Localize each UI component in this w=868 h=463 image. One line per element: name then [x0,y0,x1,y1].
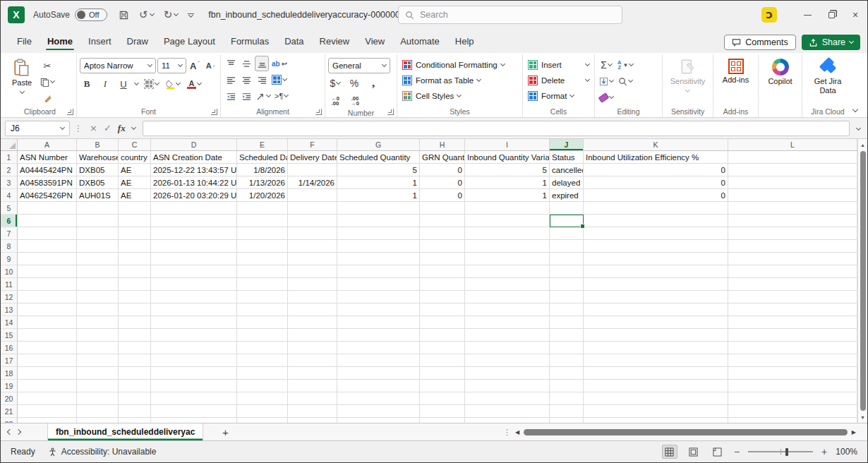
cell-D8[interactable] [151,240,237,253]
cell-J11[interactable] [550,278,584,291]
cell-F14[interactable] [288,316,337,329]
cell-D19[interactable] [151,380,237,392]
cell-A4[interactable]: A04625426PN [18,189,77,202]
cell-C20[interactable] [119,392,151,405]
cell-D10[interactable] [151,265,237,278]
cell-F9[interactable] [288,253,337,265]
cell-H3[interactable]: 0 [420,176,465,189]
cell-E22[interactable] [237,418,288,423]
cell-J2[interactable]: cancelled [550,164,584,176]
cell-A17[interactable] [18,354,77,367]
cell-F15[interactable] [288,329,337,342]
close-button[interactable]: × [843,1,867,29]
minimize-button[interactable] [795,1,819,29]
insert-function-button[interactable]: fx [118,123,126,134]
cell-C18[interactable] [119,367,151,380]
accounting-dropdown-icon[interactable] [336,80,341,85]
cell-C12[interactable] [119,291,151,303]
insert-cells-button[interactable]: Insert [526,57,591,72]
row-header-6[interactable]: 6 [1,215,18,227]
cell-F2[interactable] [288,164,337,176]
cell-B9[interactable] [77,253,119,265]
cell-C11[interactable] [119,278,151,291]
cell-I8[interactable] [465,240,550,253]
cell-H13[interactable] [420,303,465,316]
ribbon-tab-data[interactable]: Data [277,31,311,53]
cell-G11[interactable] [337,278,420,291]
cell-I15[interactable] [465,329,550,342]
cell-B6[interactable] [77,215,119,227]
cell-A11[interactable] [18,278,77,291]
cell-I5[interactable] [465,202,550,215]
sheet-tab-active[interactable]: fbn_inbound_scheduleddeliveryac [47,423,203,440]
cell-E4[interactable]: 1/20/2026 [237,189,288,202]
cell-B18[interactable] [77,367,119,380]
clear-button[interactable] [598,90,615,105]
column-header-H[interactable]: H [420,139,465,150]
cell-K19[interactable] [584,380,728,392]
conditional-formatting-button[interactable]: Conditional Formatting [400,57,507,72]
cell-I3[interactable]: 1 [465,176,550,189]
cell-A3[interactable]: A04583591PN [18,176,77,189]
cell-B12[interactable] [77,291,119,303]
cell-E6[interactable] [237,215,288,227]
select-all-corner[interactable] [1,139,18,150]
cell-J10[interactable] [550,265,584,278]
increase-decimal-button[interactable]: ←0.00 [328,93,342,109]
row-header-15[interactable]: 15 [1,329,18,342]
cell-C21[interactable] [119,405,151,418]
cell-B16[interactable] [77,342,119,354]
row-header-13[interactable]: 13 [1,303,18,316]
cell-F3[interactable]: 1/14/2026 [288,176,337,189]
account-avatar[interactable]: Ɔ [761,7,777,23]
cell-D18[interactable] [151,367,237,380]
cell-C9[interactable] [119,253,151,265]
number-format-select[interactable]: General [328,58,390,73]
cell-I9[interactable] [465,253,550,265]
cell-C10[interactable] [119,265,151,278]
cell-K16[interactable] [584,342,728,354]
redo-dropdown-icon[interactable] [174,11,179,16]
cell-D4[interactable]: 2026-01-20 03:20:29 UTC [151,189,237,202]
add-sheet-button[interactable]: + [213,426,237,438]
cell-F6[interactable] [288,215,337,227]
cell-A16[interactable] [18,342,77,354]
cell-B20[interactable] [77,392,119,405]
cell-E20[interactable] [237,392,288,405]
decrease-font-button[interactable]: Aˇ [203,58,217,73]
cell-A22[interactable] [18,418,77,423]
copilot-button[interactable]: Copilot [762,56,799,88]
row-header-10[interactable]: 10 [1,265,18,278]
cell-H15[interactable] [420,329,465,342]
scrollbar-resize-handle[interactable]: ⋮ [503,428,511,437]
cell-F21[interactable] [288,405,337,418]
enter-entry-button[interactable]: ✓ [104,123,111,133]
cell-B13[interactable] [77,303,119,316]
cell-J13[interactable] [550,303,584,316]
cell-F10[interactable] [288,265,337,278]
row-header-22[interactable]: 22 [1,418,18,423]
align-right-button[interactable] [255,72,269,88]
cell-I18[interactable] [465,367,550,380]
cell-A15[interactable] [18,329,77,342]
cell-L19[interactable] [728,380,857,392]
ribbon-tab-insert[interactable]: Insert [80,31,119,53]
accounting-format-button[interactable]: $ [328,76,342,91]
cell-C1[interactable]: country [119,151,151,164]
cell-J17[interactable] [550,354,584,367]
cell-J20[interactable] [550,392,584,405]
font-color-dropdown-icon[interactable] [197,80,202,85]
increase-indent-button[interactable] [239,88,253,104]
cell-L5[interactable] [728,202,857,215]
cell-L16[interactable] [728,342,857,354]
row-header-19[interactable]: 19 [1,380,18,392]
column-header-B[interactable]: B [77,139,119,150]
formula-bar-divider[interactable]: ⋮ [74,124,83,133]
column-header-L[interactable]: L [728,139,857,150]
cell-D3[interactable]: 2026-01-13 10:44:22 UTC [151,176,237,189]
cell-A1[interactable]: ASN Number [18,151,77,164]
redo-button[interactable]: ↻ [164,8,179,21]
row-header-16[interactable]: 16 [1,342,18,354]
cell-D7[interactable] [151,227,237,240]
delete-dropdown-icon[interactable] [585,76,590,81]
